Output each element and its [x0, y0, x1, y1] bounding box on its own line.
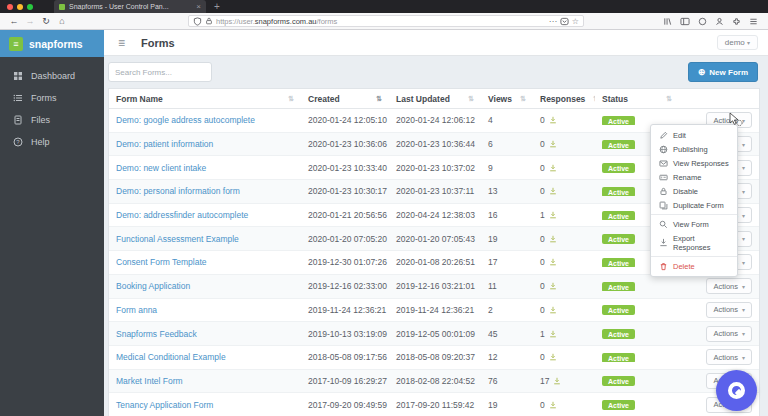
status-badge: Active — [602, 211, 635, 221]
form-name-link[interactable]: Demo: patient information — [109, 139, 301, 149]
sidebar-item-files[interactable]: Files — [0, 109, 104, 131]
form-name-link[interactable]: Demo: addressfinder autocomplete — [109, 210, 301, 220]
app-header: ≡ Forms demo ▾ — [104, 30, 768, 56]
url-bar[interactable]: https://user.snapforms.com.au/forms ⋯ ☆ — [188, 15, 584, 27]
sidebar-collapse-icon[interactable]: ≡ — [118, 36, 125, 50]
download-responses-icon[interactable] — [549, 164, 557, 172]
column-header-last-updated[interactable]: Last Updated⇅ — [389, 94, 481, 104]
responses-cell: 1 — [533, 329, 595, 339]
form-name-link[interactable]: Consent Form Template — [109, 257, 301, 267]
sort-icon[interactable]: ⇅ — [288, 95, 294, 103]
menu-item-view-form[interactable]: View Form — [651, 217, 737, 231]
page-actions-icon[interactable]: ⋯ — [549, 17, 557, 26]
menu-item-rename[interactable]: Rename — [651, 170, 737, 184]
column-header-status[interactable]: Status⇅ — [595, 94, 679, 104]
menu-item-edit[interactable]: Edit — [651, 128, 737, 142]
bookmark-star-icon[interactable]: ☆ — [572, 17, 579, 26]
column-header-views[interactable]: Views⇅ — [481, 94, 533, 104]
menu-item-export-responses[interactable]: Export Responses — [651, 231, 737, 254]
download-responses-icon[interactable] — [549, 235, 557, 243]
form-name-link[interactable]: Tenancy Application Form — [109, 400, 301, 410]
new-tab-button[interactable]: + — [214, 1, 220, 12]
table-row: Tenancy Application Form 2017-09-20 09:4… — [109, 393, 759, 416]
form-name-link[interactable]: Market Intel Form — [109, 376, 301, 386]
form-name-link[interactable]: Snapforms Feedback — [109, 329, 301, 339]
pocket-icon[interactable] — [560, 17, 569, 26]
library-icon[interactable] — [663, 17, 672, 26]
screenshot-icon[interactable] — [698, 17, 707, 26]
views-value: 4 — [481, 115, 533, 125]
mouse-cursor — [729, 112, 743, 127]
column-header-form-name[interactable]: Form Name⇅ — [109, 94, 301, 104]
menu-icon[interactable] — [749, 17, 758, 26]
chat-widget-button[interactable] — [716, 370, 757, 411]
form-name-link[interactable]: Demo: new client intake — [109, 163, 301, 173]
column-header-responses[interactable]: Responses⇅ — [533, 94, 595, 104]
download-responses-icon[interactable] — [549, 353, 557, 361]
download-responses-icon[interactable] — [549, 306, 557, 314]
brand-header[interactable]: ≡ snapforms — [0, 30, 104, 57]
form-name-link[interactable]: Medical Conditional Example — [109, 352, 301, 362]
sidebar-item-dashboard[interactable]: Dashboard — [0, 65, 104, 87]
window-minimize-button[interactable] — [17, 4, 23, 10]
table-header: Form Name⇅ Created⇅ Last Updated⇅ Views⇅… — [109, 89, 759, 109]
menu-item-disable[interactable]: Disable — [651, 184, 737, 198]
download-responses-icon[interactable] — [549, 211, 557, 219]
actions-button[interactable]: Actions▾ — [706, 278, 752, 294]
sort-icon[interactable]: ⇅ — [468, 95, 474, 103]
last-updated-value: 2020-01-24 12:06:12 — [389, 115, 481, 125]
refresh-icon[interactable]: ↻ — [38, 16, 54, 26]
browser-toolbar: ← → ↻ ⌂ https://user.snapforms.com.au/fo… — [0, 13, 768, 30]
form-name-link[interactable]: Demo: personal information form — [109, 186, 301, 196]
download-responses-icon[interactable] — [549, 401, 557, 409]
account-icon[interactable] — [715, 17, 724, 26]
sort-icon[interactable]: ⇅ — [376, 95, 382, 103]
download-responses-icon[interactable] — [553, 377, 561, 385]
lock-icon[interactable] — [205, 17, 213, 25]
search-input[interactable] — [108, 62, 212, 82]
new-form-button[interactable]: ⊕New Form — [688, 62, 758, 82]
forward-icon: → — [22, 16, 38, 26]
form-name-link[interactable]: Form anna — [109, 305, 301, 315]
actions-button[interactable]: Actions▾ — [706, 326, 752, 342]
column-header-created[interactable]: Created⇅ — [301, 94, 389, 104]
download-responses-icon[interactable] — [549, 282, 557, 290]
url-text[interactable]: https://user.snapforms.com.au/forms — [216, 17, 546, 26]
views-value: 9 — [481, 163, 533, 173]
download-responses-icon[interactable] — [549, 116, 557, 124]
tab-close-icon[interactable]: × — [196, 3, 201, 11]
download-responses-icon[interactable] — [549, 258, 557, 266]
window-close-button[interactable] — [7, 4, 13, 10]
home-icon[interactable]: ⌂ — [54, 16, 70, 26]
form-name-link[interactable]: Functional Assessment Example — [109, 234, 301, 244]
back-icon[interactable]: ← — [6, 16, 22, 26]
views-value: 6 — [481, 139, 533, 149]
actions-button[interactable]: Actions▾ — [706, 349, 752, 365]
chevron-down-icon: ▾ — [742, 283, 745, 290]
account-menu-button[interactable]: demo ▾ — [717, 35, 758, 50]
responses-cell: 0 — [533, 139, 595, 149]
form-name-link[interactable]: Booking Application — [109, 281, 301, 291]
extension-icon[interactable] — [732, 17, 741, 26]
menu-item-view-responses[interactable]: View Responses — [651, 156, 737, 170]
download-responses-icon[interactable] — [549, 187, 557, 195]
sort-icon[interactable]: ⇅ — [520, 95, 526, 103]
download-responses-icon[interactable] — [549, 140, 557, 148]
status-badge: Active — [602, 305, 635, 315]
download-responses-icon[interactable] — [549, 330, 557, 338]
shield-icon[interactable] — [193, 17, 202, 26]
menu-item-delete[interactable]: Delete — [651, 259, 737, 273]
browser-tab[interactable]: Snapforms - User Control Pan... × — [54, 0, 206, 13]
menu-item-duplicate-form[interactable]: Duplicate Form — [651, 198, 737, 212]
svg-text:?: ? — [16, 139, 20, 145]
menu-item-publishing[interactable]: Publishing — [651, 142, 737, 156]
actions-cell: Actions▾ — [679, 326, 759, 342]
sidebar-item-help[interactable]: ? Help — [0, 131, 104, 153]
sidebar-toggle-icon[interactable] — [680, 17, 690, 26]
sidebar-item-forms[interactable]: Forms — [0, 87, 104, 109]
window-zoom-button[interactable] — [27, 4, 33, 10]
actions-button[interactable]: Actions▾ — [706, 302, 752, 318]
status-badge: Active — [602, 163, 635, 173]
form-name-link[interactable]: Demo: google address autocomplete — [109, 115, 301, 125]
sort-icon[interactable]: ⇅ — [666, 95, 672, 103]
